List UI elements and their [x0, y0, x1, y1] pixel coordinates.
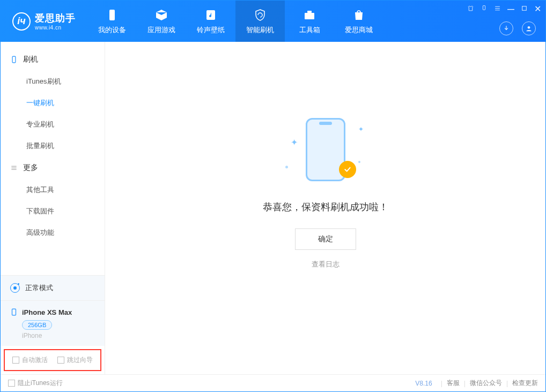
device-name: iPhone XS Max [22, 308, 72, 316]
checkbox-label: 阻止iTunes运行 [18, 379, 63, 388]
tab-my-device[interactable]: 我的设备 [87, 1, 137, 42]
sidebar-scroll: 刷机 iTunes刷机 一键刷机 专业刷机 批量刷机 更多 其他工具 下载固件 … [1, 42, 105, 275]
sidebar-item-one-click-flash[interactable]: 一键刷机 [1, 92, 105, 114]
dot-icon [358, 161, 360, 163]
checkbox-icon [12, 357, 19, 364]
device-storage-badge: 256GB [22, 320, 52, 330]
app-url: www.i4.cn [35, 25, 76, 31]
sidebar: 刷机 iTunes刷机 一键刷机 专业刷机 批量刷机 更多 其他工具 下载固件 … [1, 42, 105, 374]
tab-label: 应用游戏 [147, 25, 175, 35]
maximize-button[interactable] [521, 5, 528, 13]
toolbox-icon [302, 8, 316, 22]
tab-smart-flash[interactable]: 智能刷机 [235, 1, 285, 42]
group-title: 刷机 [23, 55, 38, 64]
separator: | [441, 380, 442, 387]
shield-refresh-icon [253, 8, 267, 22]
checkbox-label: 跳过向导 [67, 356, 93, 365]
sparkle-icon: ✦ [291, 137, 298, 147]
tab-label: 铃声壁纸 [197, 25, 225, 35]
sidebar-item-download-firmware[interactable]: 下载固件 [1, 201, 105, 222]
music-note-icon [204, 8, 218, 22]
logo-text: 爱思助手 www.i4.cn [35, 12, 76, 31]
tab-label: 智能刷机 [246, 25, 274, 35]
checkbox-label: 自动激活 [22, 356, 48, 365]
shirt-icon[interactable] [467, 5, 474, 13]
success-message: 恭喜您，保资料刷机成功啦！ [263, 201, 388, 213]
phone-outline-icon [10, 56, 18, 63]
device-icon [10, 307, 18, 317]
sidebar-group-flash: 刷机 [1, 48, 105, 71]
sparkle-icon: ✦ [358, 125, 364, 133]
svg-rect-0 [109, 10, 115, 20]
tab-label: 我的设备 [98, 25, 126, 35]
tab-label: 爱思商城 [345, 25, 373, 35]
svg-point-6 [528, 26, 530, 29]
close-button[interactable]: ✕ [534, 4, 541, 14]
dot-icon [285, 166, 288, 168]
logo-area: iч 爱思助手 www.i4.cn [1, 12, 87, 31]
sidebar-item-pro-flash[interactable]: 专业刷机 [1, 114, 105, 135]
device-mode-row[interactable]: 正常模式 [1, 276, 105, 301]
svg-rect-4 [483, 5, 485, 10]
phone-icon [105, 8, 119, 22]
device-mode-label: 正常模式 [25, 283, 53, 293]
separator: | [464, 380, 466, 387]
checkbox-skip-guide[interactable]: 跳过向导 [57, 356, 93, 365]
svg-rect-7 [12, 56, 16, 63]
tab-toolbox[interactable]: 工具箱 [285, 1, 334, 42]
app-header: iч 爱思助手 www.i4.cn 我的设备 应用游戏 铃声壁纸 智能刷机 工具… [1, 1, 545, 42]
separator: | [506, 380, 508, 387]
menu-lines-icon [10, 164, 18, 172]
nav-tabs: 我的设备 应用游戏 铃声壁纸 智能刷机 工具箱 爱思商城 [87, 1, 383, 42]
confirm-button[interactable]: 确定 [295, 228, 356, 250]
app-title: 爱思助手 [35, 12, 76, 25]
svg-rect-3 [307, 11, 312, 13]
body-area: 刷机 iTunes刷机 一键刷机 专业刷机 批量刷机 更多 其他工具 下载固件 … [1, 42, 545, 374]
shopping-bag-icon [352, 8, 366, 22]
svg-rect-2 [305, 13, 314, 19]
header-action-icons [499, 21, 536, 35]
device-mini-icon[interactable] [481, 5, 488, 13]
checkbox-auto-activate[interactable]: 自动激活 [12, 356, 48, 365]
footer-link-check-update[interactable]: 检查更新 [512, 379, 538, 388]
minimize-button[interactable]: — [507, 5, 514, 13]
tab-ringtones-wallpapers[interactable]: 铃声壁纸 [186, 1, 235, 42]
footer-left: 阻止iTunes运行 [8, 379, 63, 388]
device-name-row: iPhone XS Max [10, 307, 95, 317]
sidebar-item-batch-flash[interactable]: 批量刷机 [1, 135, 105, 157]
sidebar-item-other-tools[interactable]: 其他工具 [1, 179, 105, 201]
group-title: 更多 [23, 163, 38, 173]
checkbox-icon [57, 357, 64, 364]
download-icon[interactable] [499, 21, 513, 35]
device-info-row[interactable]: iPhone XS Max 256GB iPhone [1, 301, 105, 346]
tab-store[interactable]: 爱思商城 [334, 1, 383, 42]
device-type: iPhone [22, 332, 95, 339]
footer-link-wechat[interactable]: 微信公众号 [470, 379, 502, 388]
cube-icon [154, 8, 168, 22]
svg-rect-8 [12, 309, 16, 315]
flash-options-row: 自动激活 跳过向导 [4, 349, 101, 371]
logo-icon: iч [12, 12, 31, 31]
checkbox-block-itunes[interactable]: 阻止iTunes运行 [8, 379, 63, 388]
menu-icon[interactable] [494, 5, 501, 13]
footer-right: V8.16 | 客服 | 微信公众号 | 检查更新 [415, 379, 538, 388]
sidebar-item-itunes-flash[interactable]: iTunes刷机 [1, 71, 105, 92]
tab-label: 工具箱 [299, 25, 320, 35]
svg-rect-5 [522, 6, 527, 10]
sidebar-item-advanced[interactable]: 高级功能 [1, 222, 105, 243]
device-panel: 正常模式 iPhone XS Max 256GB iPhone [1, 275, 105, 346]
tab-apps-games[interactable]: 应用游戏 [137, 1, 186, 42]
sidebar-group-more: 更多 [1, 157, 105, 179]
footer-link-support[interactable]: 客服 [447, 379, 460, 388]
main-content: ✦ ✦ 恭喜您，保资料刷机成功啦！ 确定 查看日志 [105, 42, 545, 374]
view-log-link[interactable]: 查看日志 [312, 260, 340, 269]
window-controls: — ✕ [467, 4, 541, 14]
footer-bar: 阻止iTunes运行 V8.16 | 客服 | 微信公众号 | 检查更新 [1, 374, 545, 391]
normal-mode-icon [10, 283, 20, 293]
user-icon[interactable] [522, 21, 536, 35]
version-label: V8.16 [415, 380, 432, 387]
check-badge-icon [339, 161, 356, 178]
success-illustration: ✦ ✦ [285, 115, 366, 184]
checkbox-icon [8, 380, 15, 387]
